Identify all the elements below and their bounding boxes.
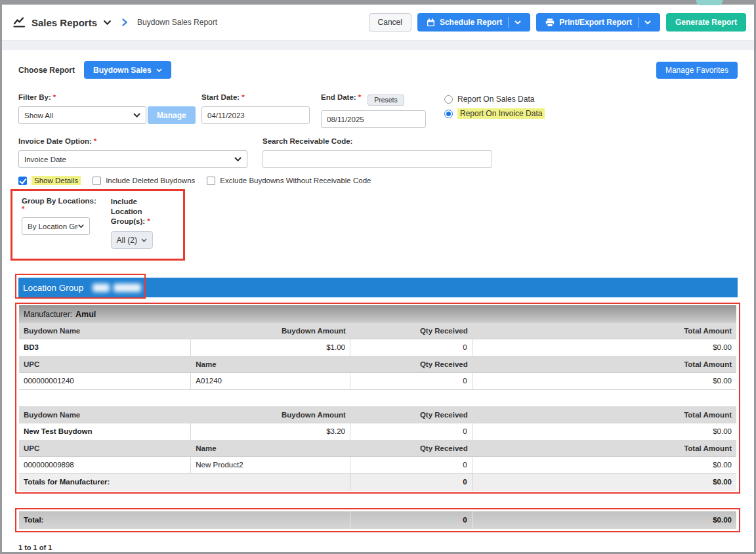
- printer-icon: [545, 18, 555, 27]
- calendar-icon: [427, 18, 435, 27]
- col-header-qty-received: Qty Received: [350, 440, 472, 457]
- totals-for-manufacturer-label: Totals for Manufacturer:: [19, 474, 350, 491]
- breadcrumb-sales-reports[interactable]: Sales Reports: [32, 17, 97, 28]
- col-header-name: Name: [191, 440, 350, 457]
- group-by-locations-label: Group By Locations:: [22, 197, 96, 205]
- col-header-buydown-name: Buydown Name: [19, 323, 191, 339]
- col-header-upc: UPC: [19, 440, 191, 457]
- grand-total-row: Total: 0 $0.00: [19, 511, 736, 529]
- total-amount-cell: $0.00: [472, 457, 736, 474]
- col-header-total-amount: Total Amount: [472, 356, 736, 373]
- manufacturer-header: Manufacturer:Amul: [19, 305, 736, 323]
- generate-report-button[interactable]: Generate Report: [666, 13, 746, 32]
- chevron-down-icon: [78, 224, 84, 228]
- browser-tab-artifact: [696, 0, 723, 5]
- chevron-right-icon: [122, 18, 127, 26]
- redacted-location-group-name: [93, 284, 110, 292]
- col-header-qty-received: Qty Received: [350, 323, 472, 339]
- upc-name-cell: A01240: [191, 373, 350, 390]
- group-by-locations-select[interactable]: By Location Group: [22, 217, 90, 235]
- line-chart-icon: [13, 17, 26, 28]
- grand-total-annotation-box: Total: 0 $0.00: [15, 508, 740, 532]
- col-header-buydown-amount: Buydown Amount: [191, 407, 350, 423]
- qty-received-cell: 0: [350, 457, 472, 474]
- include-deleted-buydowns-checkbox[interactable]: Include Deleted Buydowns: [93, 177, 195, 185]
- breadcrumb-current-page: Buydown Sales Report: [137, 18, 217, 27]
- print-export-report-button[interactable]: Print/Export Report: [536, 13, 660, 32]
- include-location-groups-dropdown[interactable]: All (2): [111, 231, 153, 249]
- total-amount-cell: $0.00: [472, 423, 736, 440]
- location-group-header-bar: Location Group: [18, 278, 738, 297]
- col-header-buydown-name: Buydown Name: [19, 407, 191, 423]
- radio-unselected-icon: [444, 95, 453, 104]
- choose-report-label: Choose Report: [18, 66, 75, 75]
- totals-qty-cell: 0: [350, 474, 472, 491]
- col-header-buydown-amount: Buydown Amount: [191, 323, 350, 339]
- chevron-down-icon[interactable]: [103, 20, 112, 25]
- total-amount-cell: $0.00: [472, 373, 736, 390]
- buydown-name-cell: BD3: [19, 339, 191, 356]
- col-header-name: Name: [191, 356, 350, 373]
- report-table-annotation-box: Manufacturer:Amul Buydown Name Buydown A…: [15, 303, 740, 494]
- group-by-annotation-box: Group By Locations: * By Location Group …: [10, 189, 185, 261]
- qty-received-cell: 0: [350, 339, 472, 356]
- invoice-date-option-select[interactable]: Invoice Date: [18, 150, 247, 168]
- checkbox-checked-icon: [18, 177, 27, 185]
- upc-cell: 000000009898: [19, 457, 191, 474]
- upc-cell: 000000001240: [19, 373, 191, 390]
- schedule-report-button[interactable]: Schedule Report: [417, 13, 530, 32]
- col-header-qty-received: Qty Received: [350, 407, 472, 423]
- buydown-name-cell: New Test Buydown: [19, 423, 191, 440]
- search-receivable-code-input[interactable]: [262, 150, 492, 168]
- start-date-input[interactable]: [201, 106, 310, 124]
- button-divider: [638, 17, 639, 28]
- filter-by-select[interactable]: Show All: [18, 106, 146, 124]
- buydown-amount-cell: $1.00: [191, 339, 350, 356]
- header-actions: Cancel Schedule Report Print/Export Repo…: [369, 13, 746, 32]
- redacted-location-group-name: [114, 284, 141, 292]
- checkbox-unchecked-icon: [93, 177, 101, 185]
- include-location-groups-label: Include Location Group(s):*: [111, 197, 165, 226]
- end-date-input[interactable]: [321, 110, 426, 128]
- presets-button[interactable]: Presets: [368, 95, 404, 106]
- filter-by-label: Filter By:*: [18, 93, 201, 101]
- upc-name-cell: New Product2: [191, 457, 350, 474]
- buydown-amount-cell: $3.20: [191, 423, 350, 440]
- report-on-sales-data-radio[interactable]: Report On Sales Data: [444, 95, 545, 104]
- end-date-label: End Date:*: [321, 93, 361, 101]
- top-header: Sales Reports Buydown Sales Report Cance…: [0, 5, 756, 41]
- header-separator-band: [0, 41, 756, 50]
- cancel-button[interactable]: Cancel: [369, 13, 411, 32]
- chevron-down-icon: [234, 157, 242, 161]
- col-header-total-amount: Total Amount: [472, 323, 736, 339]
- col-header-upc: UPC: [19, 356, 191, 373]
- manage-favorites-button[interactable]: Manage Favorites: [656, 62, 738, 79]
- start-date-label: Start Date:*: [201, 93, 321, 101]
- breadcrumb: Sales Reports Buydown Sales Report: [13, 17, 217, 28]
- col-header-total-amount: Total Amount: [472, 440, 736, 457]
- chevron-down-icon[interactable]: [644, 20, 651, 24]
- totals-amount-cell: $0.00: [472, 474, 736, 491]
- invoice-date-option-label: Invoice Date Option:*: [18, 137, 262, 145]
- grand-total-qty: 0: [350, 511, 472, 529]
- show-details-checkbox[interactable]: Show Details: [18, 176, 81, 185]
- chevron-down-icon[interactable]: [514, 20, 521, 24]
- qty-received-cell: 0: [350, 373, 472, 390]
- chevron-down-icon: [133, 113, 140, 117]
- report-type-dropdown[interactable]: Buydown Sales: [84, 61, 171, 79]
- manage-filter-button[interactable]: Manage: [148, 106, 196, 124]
- qty-received-cell: 0: [350, 423, 472, 440]
- button-divider: [508, 17, 509, 28]
- checkbox-unchecked-icon: [207, 177, 215, 185]
- buydown-report-table: Buydown Name Buydown Amount Qty Received…: [19, 323, 736, 491]
- group-by-required-asterisk: *: [22, 205, 96, 213]
- col-header-total-amount: Total Amount: [472, 407, 736, 423]
- col-header-qty-received: Qty Received: [350, 356, 472, 373]
- radio-selected-icon: [444, 110, 453, 118]
- chevron-down-icon: [141, 238, 147, 242]
- report-on-invoice-data-radio[interactable]: Report On Invoice Data: [444, 108, 545, 119]
- table-spacer-row: [19, 390, 736, 407]
- grand-total-amount: $0.00: [472, 511, 736, 529]
- exclude-buydowns-checkbox[interactable]: Exclude Buydowns Without Receivable Code: [207, 177, 371, 185]
- chevron-down-icon: [156, 68, 162, 72]
